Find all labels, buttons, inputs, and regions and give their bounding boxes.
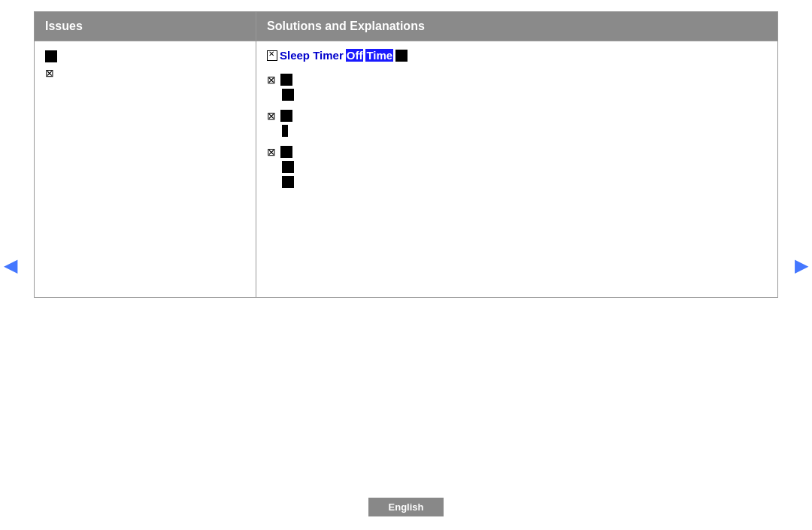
off-highlighted: Off (346, 49, 364, 62)
nav-arrow-right[interactable]: ▶ (795, 255, 808, 276)
main-table: Issues Solutions and Explanations ⊠ Slee… (34, 11, 778, 298)
group2-prefix: ⊠ (267, 110, 276, 122)
solution-group-1: ⊠ (267, 74, 767, 101)
solutions-column: Sleep Timer Off Time ⊠ (256, 41, 777, 297)
issue-block: ⊠ (45, 50, 245, 79)
group3-sub-square-1 (282, 161, 294, 173)
solution-row-2: ⊠ (267, 110, 767, 122)
header-solutions: Solutions and Explanations (256, 12, 777, 41)
issues-column: ⊠ (35, 41, 256, 297)
bottom-divider (34, 297, 778, 298)
issue-square-1 (45, 50, 57, 62)
nav-arrow-left[interactable]: ◀ (4, 255, 17, 276)
solution-sub-row-1 (282, 89, 767, 101)
language-button[interactable]: English (368, 498, 444, 516)
group1-main-square (280, 74, 292, 86)
solution-sub-row-3b (282, 176, 767, 188)
solution-row-3: ⊠ (267, 146, 767, 158)
solution-sub-row-2 (282, 125, 767, 137)
time-highlighted: Time (365, 49, 393, 62)
sleep-timer-square (395, 50, 408, 62)
group3-prefix: ⊠ (267, 146, 276, 158)
solution-sub-row-3a (282, 161, 767, 173)
sleep-timer-checkbox (267, 50, 277, 61)
group1-sub-square (282, 89, 294, 101)
group2-main-square (280, 110, 292, 122)
solution-group-3: ⊠ (267, 146, 767, 188)
sleep-timer-link[interactable]: Sleep Timer (280, 49, 344, 62)
main-container: ◀ ▶ Issues Solutions and Explanations ⊠ (0, 0, 812, 530)
issue-char-2: ⊠ (45, 67, 245, 79)
solution-group-2: ⊠ (267, 110, 767, 137)
table-header: Issues Solutions and Explanations (35, 12, 777, 41)
solution-row-1: ⊠ (267, 74, 767, 86)
header-issues: Issues (35, 12, 256, 41)
group3-sub-square-2 (282, 176, 294, 188)
group3-main-square (280, 146, 292, 158)
sleep-timer-row: Sleep Timer Off Time (267, 49, 767, 62)
group1-prefix: ⊠ (267, 74, 276, 86)
table-body: ⊠ Sleep Timer Off Time ⊠ (35, 41, 777, 297)
group2-sub-square (282, 125, 288, 137)
